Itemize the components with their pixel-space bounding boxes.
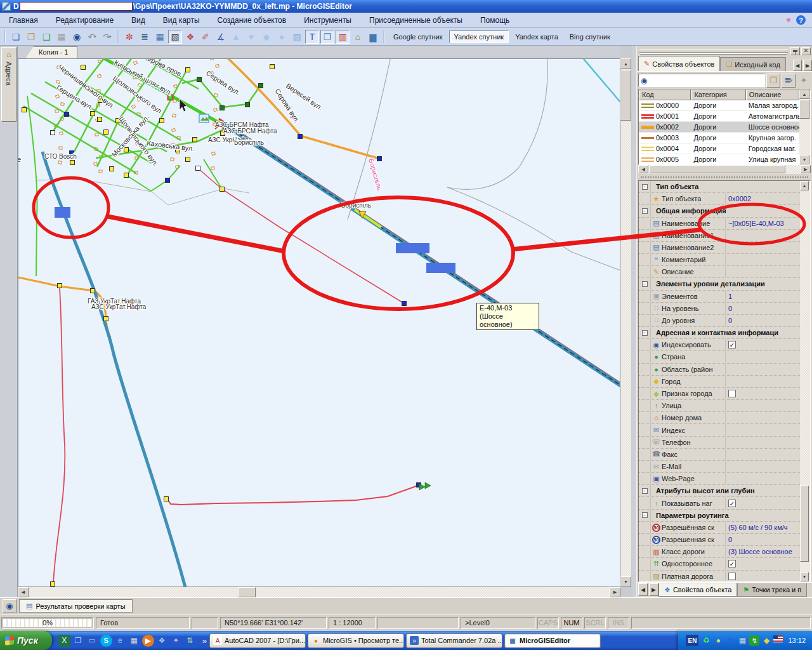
hatch-tool-icon[interactable]: ▨ xyxy=(290,30,304,44)
layout-icon[interactable]: ❐ xyxy=(72,635,84,647)
import-file-icon[interactable]: ❑ xyxy=(39,30,53,44)
search-box[interactable]: ◉ xyxy=(638,74,765,87)
map-node[interactable] xyxy=(220,106,225,110)
property-value[interactable] xyxy=(725,242,800,253)
start-button[interactable]: Пуск xyxy=(0,631,52,650)
property-group-row[interactable]: −Элементы уровни детализации xyxy=(639,278,800,290)
table-horizontal-scrollbar[interactable]: ◀ ▶ xyxy=(638,165,811,174)
property-row[interactable]: ☏Телефон xyxy=(639,437,800,449)
property-value[interactable] xyxy=(725,230,800,241)
map-node[interactable] xyxy=(164,497,169,501)
scroll-up-icon[interactable]: ▲ xyxy=(799,90,809,99)
property-row[interactable]: ▣Web-Page xyxy=(639,473,800,485)
property-group-row[interactable]: −Адресная и контактная информаци xyxy=(639,327,800,339)
property-value[interactable] xyxy=(725,412,800,423)
property-value[interactable]: 0 xyxy=(725,534,800,545)
map-node[interactable] xyxy=(51,131,55,135)
menu-item-вид[interactable]: Вид xyxy=(122,14,154,27)
panel-tab-object-properties[interactable]: ✎Свойства объектов xyxy=(638,56,720,71)
map-node[interactable] xyxy=(270,65,275,69)
checkbox-checked[interactable]: ✓ xyxy=(728,500,736,507)
property-row[interactable]: ✎Описание xyxy=(639,266,800,278)
menu-item-помощь[interactable]: Помощь xyxy=(471,14,518,27)
property-value[interactable] xyxy=(725,461,800,472)
select-rect-icon[interactable]: ▧ xyxy=(168,30,182,44)
table-hscroll-thumb[interactable] xyxy=(649,165,785,173)
property-value[interactable] xyxy=(725,254,800,265)
calculator-icon[interactable]: ▦ xyxy=(128,635,140,647)
map-node[interactable] xyxy=(193,138,197,142)
scroll-down-icon[interactable]: ▼ xyxy=(620,576,631,587)
property-value[interactable]: 0x0002 xyxy=(725,193,800,204)
property-value[interactable]: ~[0x05]E-40,M-03 xyxy=(725,218,800,229)
map-node[interactable] xyxy=(104,130,108,135)
track-tool-icon[interactable]: ✼ xyxy=(122,30,136,44)
text-tool-icon[interactable]: T xyxy=(305,30,319,44)
bottom-tab-object-properties[interactable]: ❖Свойства объекта xyxy=(658,583,737,597)
messenger-icon[interactable]: ❖ xyxy=(156,635,168,647)
property-value[interactable]: 1 xyxy=(725,291,800,302)
favorites-heart-icon[interactable]: ♥ xyxy=(786,15,791,25)
map-node[interactable] xyxy=(197,77,202,82)
checkbox-unchecked[interactable] xyxy=(728,390,736,397)
bars-icon[interactable]: ▥ xyxy=(336,30,350,44)
map-node[interactable] xyxy=(246,103,250,107)
scroll-right-icon[interactable]: ▶ xyxy=(610,587,620,597)
property-value[interactable]: ✓ xyxy=(725,558,800,569)
tab-scroll-right-icon[interactable]: ▶ xyxy=(649,583,658,596)
property-row[interactable]: ∷До уровня0 xyxy=(639,315,800,327)
property-value[interactable]: ✓ xyxy=(725,339,800,350)
table-row[interactable]: 0x0003ДорогиКрупная загор. xyxy=(639,133,799,143)
chart-icon[interactable]: ▆ xyxy=(366,30,380,44)
property-row[interactable]: ◉Индексировать✓ xyxy=(639,339,800,351)
map-road[interactable] xyxy=(573,59,620,106)
map-road[interactable] xyxy=(166,485,419,505)
usb-device-icon[interactable]: ⇅ xyxy=(184,635,196,647)
map-check-results-tab[interactable]: ▤ Результаты проверки карты xyxy=(19,599,133,613)
property-row[interactable]: ↑Показывать наг✓ xyxy=(639,497,800,509)
layers-icon[interactable]: ❐ xyxy=(320,30,334,44)
map-road[interactable] xyxy=(221,122,620,391)
bluetooth-icon[interactable]: ❖ xyxy=(725,635,735,646)
checkbox-unchecked[interactable] xyxy=(728,573,736,580)
map-node[interactable] xyxy=(91,112,95,116)
map-node[interactable] xyxy=(259,84,263,88)
map-node[interactable] xyxy=(166,178,170,183)
map-source-button-yandex-карта[interactable]: Yandex карта xyxy=(510,30,563,43)
map-node[interactable] xyxy=(377,157,382,161)
sidebar-tab-addresses[interactable]: ⌂ Адреса xyxy=(1,47,16,122)
map-node[interactable] xyxy=(65,112,69,117)
us-flag-icon[interactable] xyxy=(773,635,783,642)
map-source-button-yandex-спутник[interactable]: Yandex спутник xyxy=(449,30,509,43)
map-road[interactable] xyxy=(447,187,620,272)
property-value[interactable]: (5) 60 м/с / 90 км/ч xyxy=(725,522,800,533)
menu-item-создание-объектов[interactable]: Создание объектов xyxy=(209,14,296,27)
property-row[interactable]: 50Разрешённая ск(5) 60 м/с / 90 км/ч xyxy=(639,522,800,534)
quick-launch-overflow-icon[interactable]: » xyxy=(200,636,209,646)
table-row[interactable]: 0x0004ДорогиГородская маг. xyxy=(639,143,799,154)
lemon-icon[interactable]: ● xyxy=(713,635,723,646)
map-node[interactable] xyxy=(91,289,95,293)
dropdown-arrow-icon[interactable]: ▾ xyxy=(109,34,112,39)
scroll-right-icon[interactable]: ▶ xyxy=(801,165,811,173)
property-row[interactable]: ▣Элементов1 xyxy=(639,291,800,303)
undo-icon[interactable]: ↶▾ xyxy=(85,30,99,44)
address-search-icon[interactable]: ⌂ xyxy=(351,30,365,44)
property-group-row[interactable]: −Тип объекта xyxy=(639,181,800,193)
map-canvas[interactable]: Київський шлях вул.Серова пров.Серова ву… xyxy=(18,58,620,587)
help-icon[interactable]: ? xyxy=(796,15,806,25)
map-road[interactable] xyxy=(301,136,379,159)
property-row[interactable]: ●Область (район xyxy=(639,364,800,376)
collapse-icon[interactable]: − xyxy=(642,330,648,336)
menu-item-вид-карты[interactable]: Вид карты xyxy=(154,14,209,27)
map-node[interactable] xyxy=(220,187,225,192)
map-node[interactable] xyxy=(124,148,129,152)
bottom-tab-track-points[interactable]: ⚑Точки трека и п xyxy=(737,583,807,597)
map-node[interactable] xyxy=(298,135,303,139)
antivirus-icon[interactable]: ♻ xyxy=(701,635,711,646)
panel-tab-source-code[interactable]: ❏Исходный код xyxy=(720,57,785,71)
diamond-tool-icon[interactable]: ◆ xyxy=(259,30,273,44)
column-header-код[interactable]: Код xyxy=(639,90,691,100)
property-value[interactable] xyxy=(725,351,800,362)
map-node[interactable] xyxy=(98,117,102,122)
